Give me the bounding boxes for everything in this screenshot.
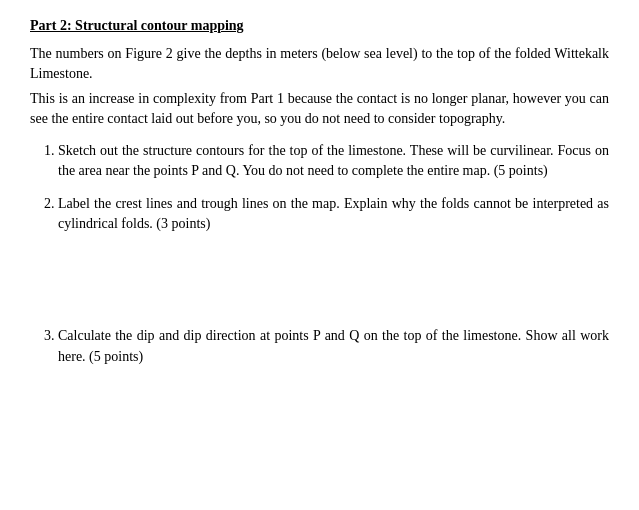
question-list: Sketch out the structure contours for th…: [30, 141, 609, 234]
item-1-text: Sketch out the structure contours for th…: [58, 143, 609, 178]
list-item: Sketch out the structure contours for th…: [58, 141, 609, 182]
list-item: Label the crest lines and trough lines o…: [58, 194, 609, 235]
item-2-text: Label the crest lines and trough lines o…: [58, 196, 609, 231]
intro-text-2: This is an increase in complexity from P…: [30, 89, 609, 130]
list-item: Calculate the dip and dip direction at p…: [58, 326, 609, 367]
page-title: Part 2: Structural contour mapping: [30, 18, 609, 34]
item-3-text: Calculate the dip and dip direction at p…: [58, 328, 609, 363]
spacer: [30, 246, 609, 326]
question-list-continued: Calculate the dip and dip direction at p…: [30, 326, 609, 367]
intro-text-1: The numbers on Figure 2 give the depths …: [30, 44, 609, 85]
